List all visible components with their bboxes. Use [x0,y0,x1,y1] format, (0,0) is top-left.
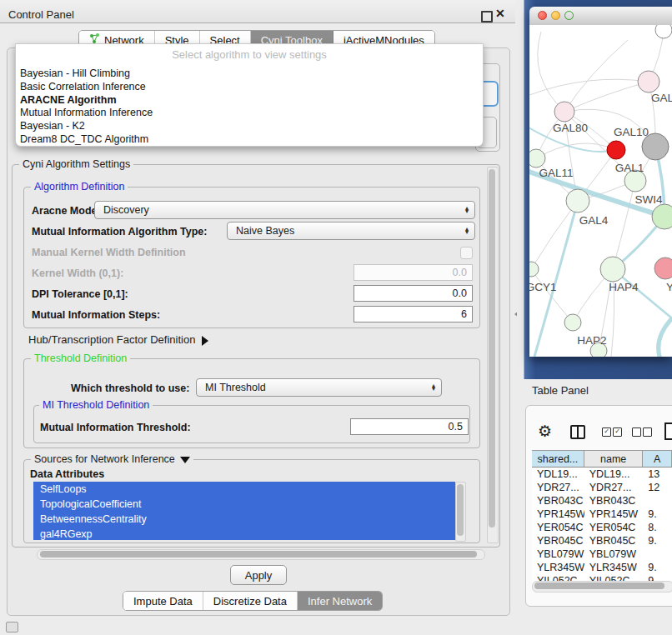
mi-type-combo[interactable]: Naive Bayes ▴▾ [227,222,475,240]
table-cell[interactable]: YBL079W [584,548,643,561]
table-cell[interactable]: YBR045C [532,534,584,548]
network-canvas[interactable]: GALGAL80GAL10GAL1GAL11SWI4GAL4GCY1HAP4YH… [529,25,672,357]
network-edge-highlighted[interactable] [534,201,578,357]
column-header[interactable]: A [643,451,672,467]
settings-hscroll-thumb[interactable] [40,551,477,558]
column-header[interactable]: name [584,451,644,467]
mi-threshold-field[interactable]: 0.5 [350,418,469,435]
tab-discretize-data[interactable]: Discretize Data [203,592,298,610]
table-cell[interactable]: YDL19... [584,468,643,481]
mi-steps-field[interactable]: 6 [354,306,473,322]
manual-kernel-checkbox[interactable] [460,247,473,259]
table-cell[interactable] [643,494,672,508]
table-cell[interactable]: 8. [643,521,672,534]
tab-impute-data[interactable]: Impute Data [123,592,203,610]
table-row[interactable]: YLR345WYLR345W9. [532,561,672,574]
checked-column-icon[interactable]: ✓ [613,428,622,437]
table-row[interactable]: YPR145WYPR145W9. [532,508,672,521]
node-salmon[interactable] [654,258,672,279]
apply-button[interactable]: Apply [230,565,287,585]
window-minimize-icon[interactable] [551,11,560,20]
node-gal8x[interactable] [638,71,659,92]
settings-vscroll-thumb[interactable] [489,169,495,528]
table-cell[interactable]: 12 [643,481,672,494]
table-cell[interactable]: 9. [643,561,672,574]
node-gal11[interactable] [529,149,545,168]
float-panel-icon[interactable] [481,11,493,22]
table-cell[interactable]: 13 [643,468,672,481]
node-gal80[interactable] [554,102,574,122]
table-cell[interactable]: YPR145W [584,508,643,521]
hub-definition-expander[interactable]: Hub/Transcription Factor Definition [28,333,208,346]
algorithm-option[interactable]: Dream8 DC_TDC Algorithm [20,133,148,145]
tab-infer-network[interactable]: Infer Network [298,592,382,610]
table-cell[interactable]: YBR045C [584,534,643,548]
unchecked-column-icon[interactable] [643,428,652,437]
network-edge[interactable] [613,181,635,269]
attribute-list-scroll-thumb[interactable] [457,484,464,536]
network-edge[interactable] [538,32,564,112]
column-header[interactable]: shared... [532,451,584,467]
panel-dock-icon[interactable] [6,622,18,632]
table-cell[interactable]: 9. [643,508,672,521]
algorithm-option[interactable]: ARACNE Algorithm [20,94,117,106]
settings-vertical-scrollbar[interactable] [487,167,499,543]
table-row[interactable]: YBR045CYBR045C9. [532,534,672,548]
node-red[interactable] [607,141,625,159]
network-edge[interactable] [564,82,649,112]
table-cell[interactable]: YBL079W [532,548,584,561]
network-edge[interactable] [531,201,578,269]
table-row[interactable]: YER054CYER054C8. [532,521,672,534]
node-gal4[interactable] [566,189,589,212]
checked-column-icon[interactable]: ✓ [602,428,611,437]
table-cell[interactable]: 9. [643,534,672,548]
kernel-width-field[interactable]: 0.0 [354,264,473,281]
network-edge-highlighted[interactable] [659,318,672,357]
table-hscroll-thumb[interactable] [534,582,664,589]
table-row[interactable]: YBR043CYBR043C [532,494,672,508]
unchecked-column-icon[interactable] [632,428,641,437]
table-cell[interactable] [643,548,672,561]
attribute-list-item[interactable]: TopologicalCoefficient [33,497,455,512]
settings-horizontal-scrollbar[interactable] [37,549,485,560]
table-cell[interactable]: YER054C [584,521,643,534]
table-row[interactable]: YDR27...YDR27...12 [532,481,672,494]
network-view-window[interactable]: GALGAL80GAL10GAL1GAL11SWI4GAL4GCY1HAP4YH… [529,7,672,357]
which-threshold-combo[interactable]: MI Threshold ▴▾ [196,378,442,397]
algorithm-option[interactable]: Bayesian - Hill Climbing [20,68,130,79]
network-window-titlebar[interactable] [529,7,672,26]
window-close-icon[interactable] [538,11,547,20]
table-row[interactable]: YBL079WYBL079W [532,548,672,561]
table-cell[interactable]: YLR345W [532,561,584,574]
table-horizontal-scrollbar[interactable] [532,581,672,592]
split-columns-icon[interactable] [570,425,585,439]
node-swi4[interactable] [652,204,672,229]
dpi-tolerance-field[interactable]: 0.0 [354,285,473,302]
node-hap2[interactable] [564,314,581,331]
aracne-mode-combo[interactable]: Discovery ▴▾ [94,201,475,219]
algorithm-option[interactable]: Bayesian - K2 [20,120,85,132]
table-row[interactable]: YDL19...YDL19...13 [532,468,672,481]
table-cell[interactable]: YLR345W [584,561,643,574]
algorithm-option[interactable]: Mutual Information Inference [20,107,153,118]
table-settings-gear-icon[interactable]: ⚙ [538,422,552,441]
new-column-icon[interactable] [664,422,672,440]
node-hap4[interactable] [600,257,625,282]
attribute-list-item[interactable]: gal4RGexp [33,527,455,540]
table-cell[interactable]: YDR27... [584,481,643,494]
table-cell[interactable]: YDR27... [532,481,584,494]
table-cell[interactable]: YBR043C [584,494,643,508]
window-zoom-icon[interactable] [564,11,574,20]
attribute-list-item[interactable]: SelfLoops [33,482,455,497]
node-fragment-top[interactable] [655,25,672,38]
attribute-list-item[interactable]: BetweennessCentrality [33,512,455,527]
close-panel-icon[interactable]: ✕ [495,7,505,20]
algorithm-option[interactable]: Basic Correlation Inference [20,81,146,92]
node-gcy1[interactable] [529,262,539,277]
network-edge[interactable] [564,40,628,112]
table-cell[interactable]: YER054C [532,521,584,534]
attribute-list-scrollbar[interactable] [455,482,466,542]
table-cell[interactable]: YDL19... [532,468,584,481]
table-cell[interactable]: YBR043C [532,494,584,508]
table-cell[interactable]: YPR145W [532,508,584,521]
